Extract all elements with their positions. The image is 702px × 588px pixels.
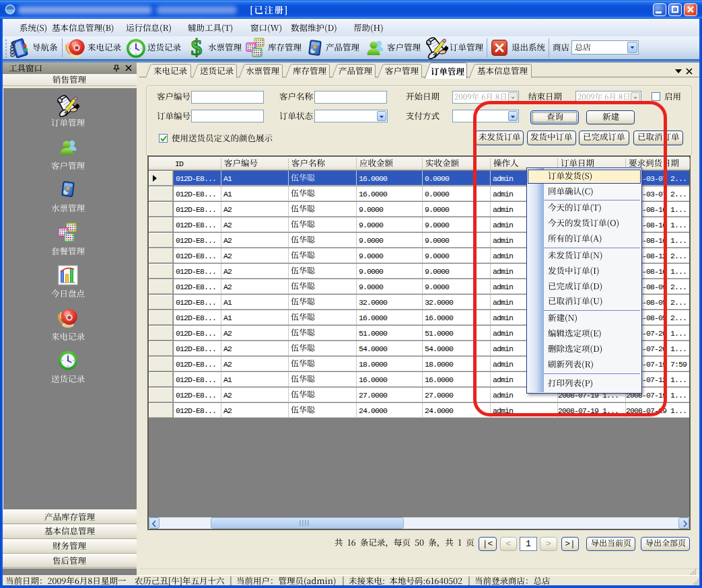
svg-text:$: $ xyxy=(191,37,203,59)
